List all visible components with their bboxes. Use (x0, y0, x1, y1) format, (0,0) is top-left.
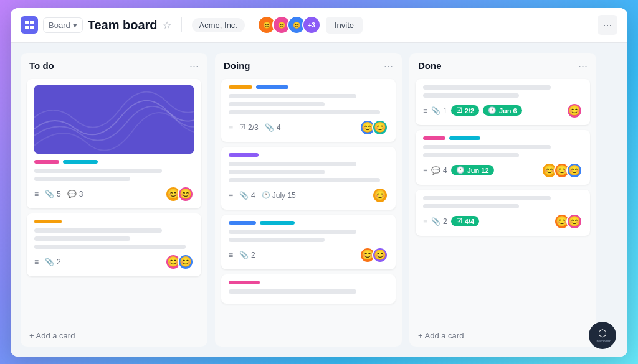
invite-button[interactable]: Invite (326, 17, 363, 34)
column-todo-more-icon[interactable]: ··· (189, 60, 199, 72)
badge-date-2: 🕐Jun 12 (451, 165, 494, 175)
card-done-3[interactable]: ≡ 📎2 ☑4/4 😊 😊 (416, 190, 590, 236)
card-done-3-avatars: 😊 😊 (554, 213, 583, 230)
board-icon (21, 16, 38, 34)
meta-lines-icon: ≡ (423, 106, 427, 115)
card-line (229, 162, 356, 166)
july-15-date: July 15 (272, 191, 296, 200)
card-done-1[interactable]: ≡ 📎1 ☑2/2 🕐Jun 6 😊 (416, 79, 590, 125)
avatar-section: 😊 😊 😊 +3 Invite (257, 16, 363, 34)
card-line (34, 236, 130, 241)
card-line (34, 177, 130, 181)
card-line (229, 238, 325, 242)
meta-lines-icon: ≡ (423, 217, 427, 226)
card-doing-3-meta: ≡ 📎2 😊 😊 (229, 247, 388, 263)
watermark-label: Onethread (594, 339, 611, 343)
badge-checklist-2: ☑4/4 (451, 216, 479, 226)
tag (34, 220, 62, 223)
workspace-label: Acme, Inc. (199, 21, 237, 30)
card-todo-2-avatars: 😊 😊 (165, 254, 194, 270)
header-left: Board ▾ Team board ☆ (21, 16, 171, 34)
more-options-button[interactable]: ··· (598, 15, 617, 35)
card-doing-4[interactable] (221, 274, 396, 304)
meta-lines-icon: ≡ (229, 191, 233, 200)
card-line (423, 85, 551, 90)
tag (34, 160, 59, 164)
column-todo-body: ≡ 📎5 💬3 😊 😊 (21, 77, 207, 325)
meta-lines-icon: ≡ (229, 123, 233, 132)
card-line (229, 94, 356, 98)
meta-lines-icon: ≡ (423, 166, 427, 175)
column-doing-title: Doing (224, 60, 250, 71)
add-card-done[interactable]: + Add a card (409, 325, 596, 347)
tag (229, 281, 260, 284)
card-line (229, 110, 380, 114)
meta-attachments: 📎1 (431, 106, 447, 115)
meta-attachments: 📎2 (239, 251, 255, 259)
column-doing-header: Doing ··· (215, 53, 402, 77)
svg-rect-4 (34, 87, 194, 151)
column-doing-more-icon[interactable]: ··· (384, 60, 393, 72)
card-doing-1-meta: ≡ ☑2/3 📎4 😊 😊 (229, 119, 388, 136)
tag (423, 136, 445, 140)
card-todo-2[interactable]: ≡ 📎2 😊 😊 (27, 213, 201, 276)
card-doing-2[interactable]: ≡ 📎4 🕐July 15 😊 (221, 147, 396, 210)
card-doing-2-meta: ≡ 📎4 🕐July 15 😊 (229, 187, 388, 203)
card-avatar: 😊 (178, 186, 194, 202)
column-todo-header: To do ··· (21, 53, 207, 77)
card-doing-3[interactable]: ≡ 📎2 😊 😊 (221, 215, 396, 269)
card-line (229, 102, 325, 106)
board: To do ··· (11, 43, 627, 357)
card-doing-4-tags (229, 281, 388, 284)
card-doing-3-tags (229, 221, 388, 225)
column-doing: Doing ··· ≡ ☑2/3 📎4 (215, 53, 402, 347)
board-dropdown[interactable]: Board ▾ (43, 17, 83, 33)
card-line (423, 196, 551, 200)
card-done-3-meta: ≡ 📎2 ☑4/4 😊 😊 (423, 213, 583, 230)
meta-comments: 💬4 (431, 166, 447, 175)
card-doing-1-tags (229, 85, 388, 89)
avatar-count[interactable]: +3 (302, 16, 321, 34)
tag (260, 221, 295, 225)
card-avatar: 😊 (566, 213, 583, 230)
column-done: Done ··· ≡ 📎1 ☑2/2 🕐Jun 6 😊 (409, 53, 596, 347)
star-icon[interactable]: ☆ (163, 19, 171, 31)
board-label: Board (49, 21, 70, 30)
card-line (423, 93, 519, 98)
card-done-2[interactable]: ≡ 💬4 🕐Jun 12 😊 😊 😊 (416, 130, 590, 185)
meta-comments: 💬3 (67, 190, 83, 198)
card-line (423, 204, 519, 208)
card-doing-1[interactable]: ≡ ☑2/3 📎4 😊 😊 (221, 79, 396, 142)
tag (229, 221, 256, 225)
card-todo-1-avatars: 😊 😊 (165, 186, 194, 202)
add-card-todo-label: + Add a card (29, 331, 75, 340)
card-todo-1[interactable]: ≡ 📎5 💬3 😊 😊 (27, 79, 201, 208)
card-line (229, 289, 356, 294)
column-done-title: Done (418, 60, 442, 71)
meta-attachments: 📎4 (265, 123, 281, 132)
card-todo-1-tags (34, 160, 194, 164)
card-doing-2-avatars: 😊 (372, 187, 388, 203)
svg-rect-1 (30, 21, 34, 24)
meta-lines-icon: ≡ (34, 258, 39, 266)
card-doing-1-avatars: 😊 😊 (359, 119, 388, 136)
add-card-todo[interactable]: + Add a card (21, 325, 207, 347)
column-todo: To do ··· (21, 53, 207, 347)
tag (449, 136, 480, 140)
card-done-2-avatars: 😊 😊 😊 (541, 162, 583, 179)
card-done-1-meta: ≡ 📎1 ☑2/2 🕐Jun 6 😊 (423, 103, 583, 119)
workspace-pill[interactable]: Acme, Inc. (192, 18, 245, 32)
page-title: Team board (88, 18, 158, 32)
meta-date: 🕐July 15 (262, 191, 296, 200)
app-container: Board ▾ Team board ☆ Acme, Inc. 😊 😊 😊 +3… (11, 8, 627, 357)
tag (63, 160, 98, 164)
card-avatar: 😊 (566, 103, 583, 119)
header: Board ▾ Team board ☆ Acme, Inc. 😊 😊 😊 +3… (11, 8, 627, 43)
card-line (423, 145, 551, 149)
card-done-1-avatars: 😊 (566, 103, 583, 119)
column-todo-title: To do (29, 60, 54, 71)
dropdown-chevron-icon: ▾ (73, 21, 77, 30)
meta-attachments: 📎4 (239, 191, 255, 200)
column-done-more-icon[interactable]: ··· (578, 60, 588, 72)
card-avatar: 😊 (372, 247, 388, 263)
